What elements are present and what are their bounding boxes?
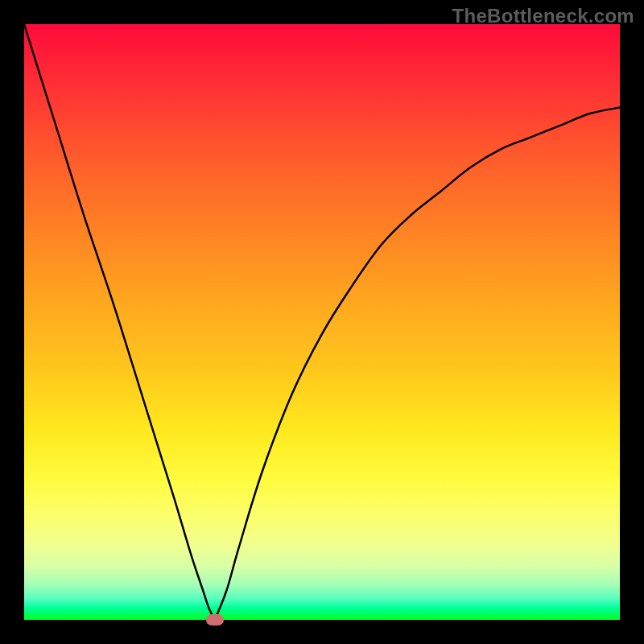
minimum-marker	[206, 614, 224, 625]
chart-container: TheBottleneck.com	[0, 0, 644, 644]
plot-area	[24, 24, 620, 620]
curve-layer	[24, 24, 620, 620]
curve-left-branch	[24, 24, 215, 620]
watermark-text: TheBottleneck.com	[452, 5, 634, 27]
curve-right-branch	[215, 108, 620, 620]
